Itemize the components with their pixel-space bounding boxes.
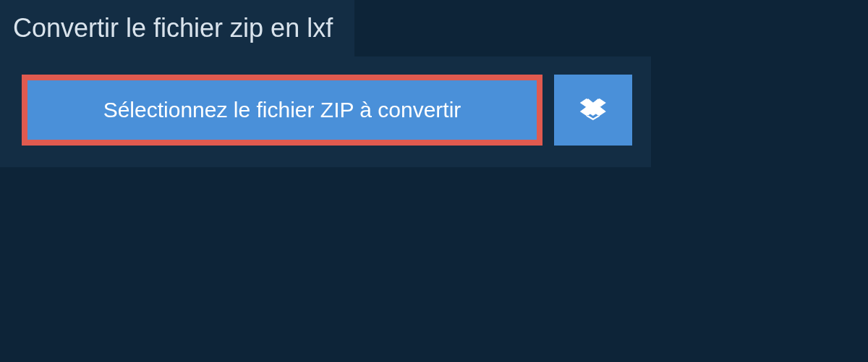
upload-panel: Sélectionnez le fichier ZIP à convertir [0,56,651,167]
dropbox-icon [579,96,607,124]
dropbox-button[interactable] [554,75,632,146]
page-title: Convertir le fichier zip en lxf [0,0,354,56]
select-file-button[interactable]: Sélectionnez le fichier ZIP à convertir [22,75,542,146]
title-bar: Convertir le fichier zip en lxf [0,0,354,56]
select-file-label: Sélectionnez le fichier ZIP à convertir [103,98,461,122]
